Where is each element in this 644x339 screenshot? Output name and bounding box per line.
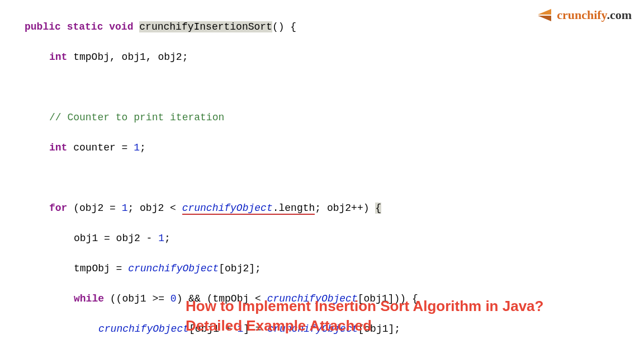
code-line: int tmpObj, obj1, obj2; (25, 50, 644, 65)
code-block: public static void crunchifyInsertionSor… (0, 4, 644, 339)
logo-icon (538, 9, 553, 21)
article-title: How to Implement Insertion Sort Algorith… (186, 296, 543, 336)
code-line: tmpObj = crunchifyObject[obj2]; (25, 261, 644, 276)
title-line-1: How to Implement Insertion Sort Algorith… (186, 296, 543, 316)
code-line: int counter = 1; (25, 140, 644, 156)
blank-line (25, 80, 644, 95)
code-line: for (obj2 = 1; obj2 < crunchifyObject.le… (25, 201, 644, 216)
highlighted-method-name: crunchifyInsertionSort (139, 21, 272, 32)
brand-logo: crunchify.com (538, 6, 632, 24)
code-line: obj1 = obj2 - 1; (25, 231, 644, 246)
title-line-2: Detailed Example Attached (186, 316, 543, 336)
logo-text: crunchify.com (557, 6, 632, 24)
blank-line (25, 171, 644, 186)
comment-line: // Counter to print iteration (25, 110, 644, 125)
